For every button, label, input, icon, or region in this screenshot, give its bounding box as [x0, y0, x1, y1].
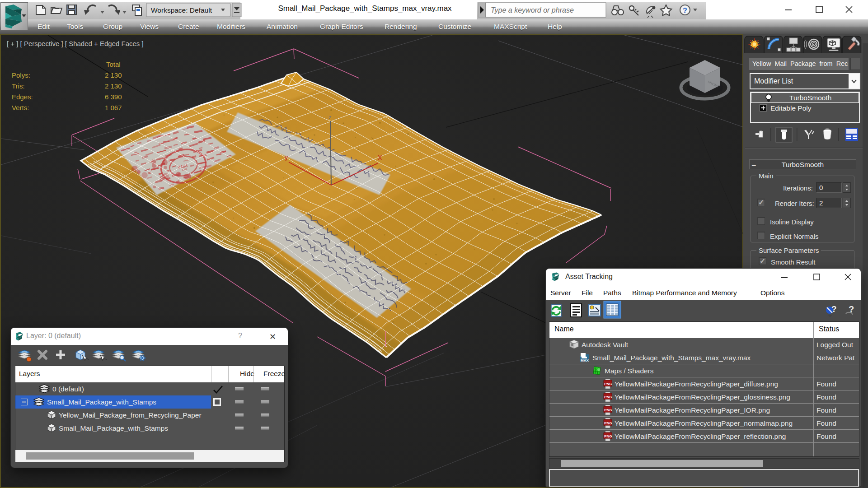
- svg-text:PNG: PNG: [604, 408, 612, 412]
- svg-text:PNG: PNG: [604, 381, 612, 386]
- svg-text:Type a keyword or phrase: Type a keyword or phrase: [491, 6, 574, 14]
- svg-text:y: y: [285, 154, 288, 161]
- svg-text:PNG: PNG: [604, 395, 612, 399]
- svg-text:PNG: PNG: [604, 434, 612, 438]
- svg-text:PNG: PNG: [604, 421, 612, 425]
- svg-text:?: ?: [831, 304, 837, 314]
- svg-text:MAX: MAX: [581, 358, 589, 363]
- svg-text:Workspace: Default: Workspace: Default: [151, 6, 212, 14]
- svg-text:?: ?: [683, 7, 687, 14]
- svg-text:z: z: [328, 114, 332, 121]
- svg-text:X: X: [378, 154, 382, 161]
